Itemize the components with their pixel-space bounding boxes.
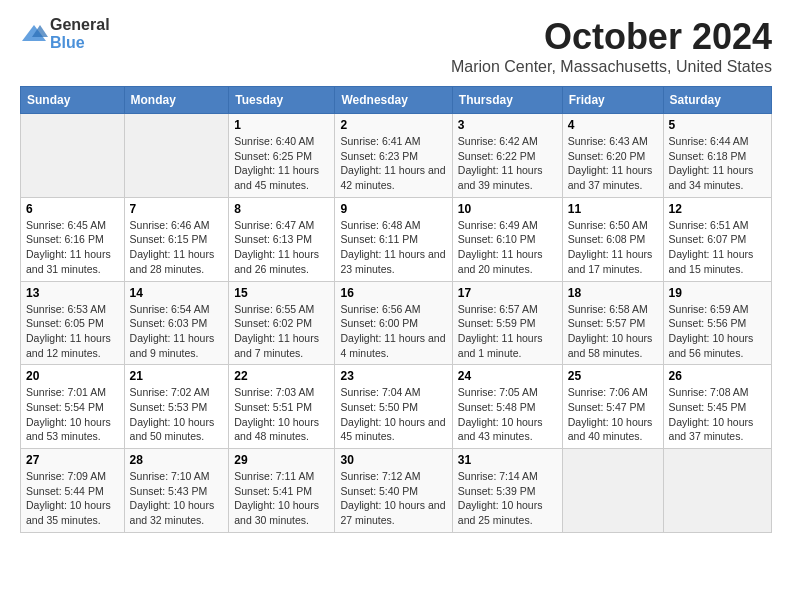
table-row: 31Sunrise: 7:14 AM Sunset: 5:39 PM Dayli… [452, 449, 562, 533]
day-info: Sunrise: 6:53 AM Sunset: 6:05 PM Dayligh… [26, 302, 119, 361]
day-number: 11 [568, 202, 658, 216]
day-info: Sunrise: 7:09 AM Sunset: 5:44 PM Dayligh… [26, 469, 119, 528]
table-row: 4Sunrise: 6:43 AM Sunset: 6:20 PM Daylig… [562, 114, 663, 198]
day-info: Sunrise: 6:48 AM Sunset: 6:11 PM Dayligh… [340, 218, 446, 277]
header-wednesday: Wednesday [335, 87, 452, 114]
day-info: Sunrise: 6:51 AM Sunset: 6:07 PM Dayligh… [669, 218, 766, 277]
table-row: 29Sunrise: 7:11 AM Sunset: 5:41 PM Dayli… [229, 449, 335, 533]
calendar-body: 1Sunrise: 6:40 AM Sunset: 6:25 PM Daylig… [21, 114, 772, 533]
day-info: Sunrise: 6:44 AM Sunset: 6:18 PM Dayligh… [669, 134, 766, 193]
day-number: 29 [234, 453, 329, 467]
month-title: October 2024 [451, 16, 772, 58]
day-info: Sunrise: 7:01 AM Sunset: 5:54 PM Dayligh… [26, 385, 119, 444]
day-info: Sunrise: 6:41 AM Sunset: 6:23 PM Dayligh… [340, 134, 446, 193]
table-row: 13Sunrise: 6:53 AM Sunset: 6:05 PM Dayli… [21, 281, 125, 365]
table-row: 26Sunrise: 7:08 AM Sunset: 5:45 PM Dayli… [663, 365, 771, 449]
day-info: Sunrise: 6:50 AM Sunset: 6:08 PM Dayligh… [568, 218, 658, 277]
header-thursday: Thursday [452, 87, 562, 114]
day-number: 27 [26, 453, 119, 467]
day-number: 8 [234, 202, 329, 216]
table-row: 2Sunrise: 6:41 AM Sunset: 6:23 PM Daylig… [335, 114, 452, 198]
day-number: 23 [340, 369, 446, 383]
day-info: Sunrise: 7:02 AM Sunset: 5:53 PM Dayligh… [130, 385, 224, 444]
day-info: Sunrise: 6:56 AM Sunset: 6:00 PM Dayligh… [340, 302, 446, 361]
table-row: 22Sunrise: 7:03 AM Sunset: 5:51 PM Dayli… [229, 365, 335, 449]
day-number: 1 [234, 118, 329, 132]
calendar-header: Sunday Monday Tuesday Wednesday Thursday… [21, 87, 772, 114]
day-info: Sunrise: 7:10 AM Sunset: 5:43 PM Dayligh… [130, 469, 224, 528]
day-info: Sunrise: 6:58 AM Sunset: 5:57 PM Dayligh… [568, 302, 658, 361]
day-number: 22 [234, 369, 329, 383]
day-number: 3 [458, 118, 557, 132]
table-row: 15Sunrise: 6:55 AM Sunset: 6:02 PM Dayli… [229, 281, 335, 365]
table-row: 16Sunrise: 6:56 AM Sunset: 6:00 PM Dayli… [335, 281, 452, 365]
day-info: Sunrise: 6:55 AM Sunset: 6:02 PM Dayligh… [234, 302, 329, 361]
table-row: 18Sunrise: 6:58 AM Sunset: 5:57 PM Dayli… [562, 281, 663, 365]
table-row [124, 114, 229, 198]
day-number: 9 [340, 202, 446, 216]
day-info: Sunrise: 6:40 AM Sunset: 6:25 PM Dayligh… [234, 134, 329, 193]
day-info: Sunrise: 7:04 AM Sunset: 5:50 PM Dayligh… [340, 385, 446, 444]
table-row: 28Sunrise: 7:10 AM Sunset: 5:43 PM Dayli… [124, 449, 229, 533]
header-saturday: Saturday [663, 87, 771, 114]
table-row: 17Sunrise: 6:57 AM Sunset: 5:59 PM Dayli… [452, 281, 562, 365]
day-number: 24 [458, 369, 557, 383]
day-info: Sunrise: 6:47 AM Sunset: 6:13 PM Dayligh… [234, 218, 329, 277]
table-row: 9Sunrise: 6:48 AM Sunset: 6:11 PM Daylig… [335, 197, 452, 281]
logo-general: General [50, 16, 110, 34]
day-info: Sunrise: 6:45 AM Sunset: 6:16 PM Dayligh… [26, 218, 119, 277]
table-row: 6Sunrise: 6:45 AM Sunset: 6:16 PM Daylig… [21, 197, 125, 281]
title-section: October 2024 Marion Center, Massachusett… [451, 16, 772, 76]
day-info: Sunrise: 6:59 AM Sunset: 5:56 PM Dayligh… [669, 302, 766, 361]
table-row: 23Sunrise: 7:04 AM Sunset: 5:50 PM Dayli… [335, 365, 452, 449]
table-row: 19Sunrise: 6:59 AM Sunset: 5:56 PM Dayli… [663, 281, 771, 365]
day-info: Sunrise: 7:05 AM Sunset: 5:48 PM Dayligh… [458, 385, 557, 444]
table-row: 3Sunrise: 6:42 AM Sunset: 6:22 PM Daylig… [452, 114, 562, 198]
day-info: Sunrise: 7:03 AM Sunset: 5:51 PM Dayligh… [234, 385, 329, 444]
day-number: 26 [669, 369, 766, 383]
table-row: 20Sunrise: 7:01 AM Sunset: 5:54 PM Dayli… [21, 365, 125, 449]
day-number: 16 [340, 286, 446, 300]
table-row [663, 449, 771, 533]
day-number: 4 [568, 118, 658, 132]
table-row: 11Sunrise: 6:50 AM Sunset: 6:08 PM Dayli… [562, 197, 663, 281]
day-info: Sunrise: 6:42 AM Sunset: 6:22 PM Dayligh… [458, 134, 557, 193]
day-info: Sunrise: 7:12 AM Sunset: 5:40 PM Dayligh… [340, 469, 446, 528]
day-info: Sunrise: 7:14 AM Sunset: 5:39 PM Dayligh… [458, 469, 557, 528]
header-tuesday: Tuesday [229, 87, 335, 114]
day-number: 20 [26, 369, 119, 383]
table-row: 8Sunrise: 6:47 AM Sunset: 6:13 PM Daylig… [229, 197, 335, 281]
day-number: 18 [568, 286, 658, 300]
header: General Blue October 2024 Marion Center,… [20, 16, 772, 76]
day-info: Sunrise: 7:06 AM Sunset: 5:47 PM Dayligh… [568, 385, 658, 444]
table-row: 21Sunrise: 7:02 AM Sunset: 5:53 PM Dayli… [124, 365, 229, 449]
header-sunday: Sunday [21, 87, 125, 114]
logo: General Blue [20, 16, 110, 51]
day-number: 19 [669, 286, 766, 300]
logo-blue: Blue [50, 34, 110, 52]
day-number: 14 [130, 286, 224, 300]
table-row: 5Sunrise: 6:44 AM Sunset: 6:18 PM Daylig… [663, 114, 771, 198]
day-info: Sunrise: 6:49 AM Sunset: 6:10 PM Dayligh… [458, 218, 557, 277]
table-row: 25Sunrise: 7:06 AM Sunset: 5:47 PM Dayli… [562, 365, 663, 449]
table-row: 14Sunrise: 6:54 AM Sunset: 6:03 PM Dayli… [124, 281, 229, 365]
day-info: Sunrise: 7:11 AM Sunset: 5:41 PM Dayligh… [234, 469, 329, 528]
table-row: 1Sunrise: 6:40 AM Sunset: 6:25 PM Daylig… [229, 114, 335, 198]
header-friday: Friday [562, 87, 663, 114]
table-row: 27Sunrise: 7:09 AM Sunset: 5:44 PM Dayli… [21, 449, 125, 533]
table-row [562, 449, 663, 533]
day-number: 15 [234, 286, 329, 300]
day-number: 25 [568, 369, 658, 383]
day-number: 17 [458, 286, 557, 300]
day-number: 7 [130, 202, 224, 216]
table-row: 12Sunrise: 6:51 AM Sunset: 6:07 PM Dayli… [663, 197, 771, 281]
day-number: 28 [130, 453, 224, 467]
header-monday: Monday [124, 87, 229, 114]
day-info: Sunrise: 7:08 AM Sunset: 5:45 PM Dayligh… [669, 385, 766, 444]
day-number: 5 [669, 118, 766, 132]
day-number: 12 [669, 202, 766, 216]
day-info: Sunrise: 6:46 AM Sunset: 6:15 PM Dayligh… [130, 218, 224, 277]
table-row [21, 114, 125, 198]
day-number: 21 [130, 369, 224, 383]
location-title: Marion Center, Massachusetts, United Sta… [451, 58, 772, 76]
